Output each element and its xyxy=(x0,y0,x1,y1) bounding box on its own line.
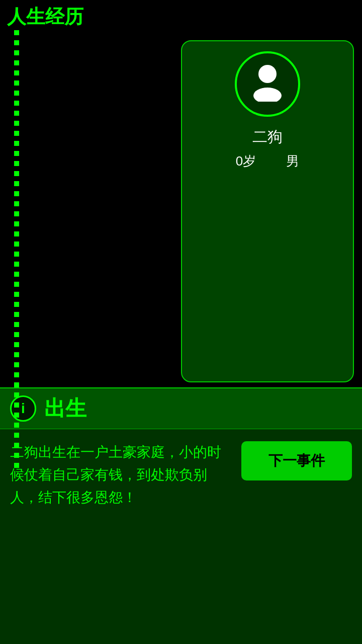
character-gender: 男 xyxy=(286,152,299,170)
svg-point-1 xyxy=(253,88,282,102)
svg-point-0 xyxy=(258,65,277,83)
avatar-icon xyxy=(247,61,288,107)
character-card: 二狗 0岁 男 xyxy=(181,40,354,382)
character-age: 0岁 xyxy=(236,152,256,170)
timeline-dots xyxy=(14,30,19,403)
event-header: i 出生 xyxy=(0,388,362,429)
avatar xyxy=(235,51,300,117)
info-icon: i xyxy=(21,400,25,417)
character-name: 二狗 xyxy=(252,127,283,147)
character-info: 0岁 男 xyxy=(236,152,299,170)
page-title: 人生经历 xyxy=(7,4,83,30)
event-description: 二狗出生在一户土豪家庭，小的时候仗着自己家有钱，到处欺负别人，结下很多恩怨！ xyxy=(10,441,231,509)
next-event-button[interactable]: 下一事件 xyxy=(241,441,352,480)
event-content: 二狗出生在一户土豪家庭，小的时候仗着自己家有钱，到处欺负别人，结下很多恩怨！ 下… xyxy=(0,429,362,521)
bottom-panel: i 出生 二狗出生在一户土豪家庭，小的时候仗着自己家有钱，到处欺负别人，结下很多… xyxy=(0,387,362,644)
event-title: 出生 xyxy=(44,394,86,423)
